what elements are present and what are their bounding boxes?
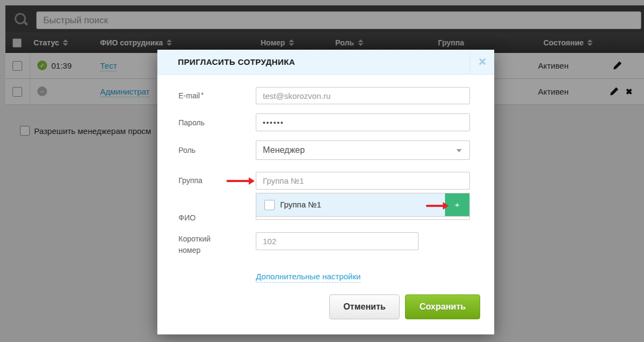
role-select[interactable]: Менеджер [256,140,470,160]
additional-settings-link[interactable]: Дополнительные настройки [256,272,361,281]
group-pointer-arrow [227,177,255,185]
group-option-label[interactable]: Группа №1 [280,193,321,216]
modal-title: ПРИГЛАСИТЬ СОТРУДНИКА [178,50,295,74]
email-label: E-mail* [178,91,203,100]
required-asterisk: * [201,91,204,99]
role-label: Роль [178,146,196,155]
add-button-pointer-arrow [426,202,449,210]
role-selected-value: Менеджер [263,145,305,155]
chevron-down-icon [456,149,462,152]
email-label-text: E-mail [178,91,200,100]
app-screen: Статус ФИО сотрудника Номер Роль Группа … [0,0,644,342]
short-number-label-line1: Короткий [178,233,210,245]
additional-settings-text: Дополнительные настройки [256,272,361,283]
group-label: Группа [178,176,202,185]
cancel-button[interactable]: Отменить [329,294,400,319]
group-option-checkbox[interactable] [264,200,275,210]
short-number-label: Короткий номер [178,233,210,256]
invite-employee-modal: ПРИГЛАСИТЬ СОТРУДНИКА ✕ E-mail* Пароль Р… [157,50,494,334]
modal-header: ПРИГЛАСИТЬ СОТРУДНИКА ✕ [157,50,494,75]
password-label: Пароль [178,118,205,127]
fio-label: ФИО [178,213,196,222]
short-number-field[interactable] [256,232,419,250]
short-number-label-line2: номер [178,245,210,256]
password-field[interactable] [256,113,470,131]
close-icon[interactable]: ✕ [470,50,494,74]
group-field[interactable] [256,172,470,190]
save-button[interactable]: Сохранить [405,294,480,319]
email-field[interactable] [256,87,470,104]
